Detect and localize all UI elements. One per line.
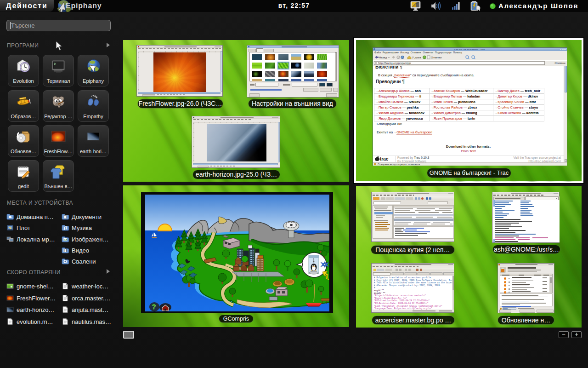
svg-text:Отметки: Отметки — [431, 56, 441, 59]
svg-text:?: ? — [152, 303, 156, 310]
svg-text:Назад: Назад — [379, 56, 387, 59]
svg-text:У дома: У дома — [412, 56, 421, 59]
svg-text:trac: trac — [380, 156, 389, 161]
